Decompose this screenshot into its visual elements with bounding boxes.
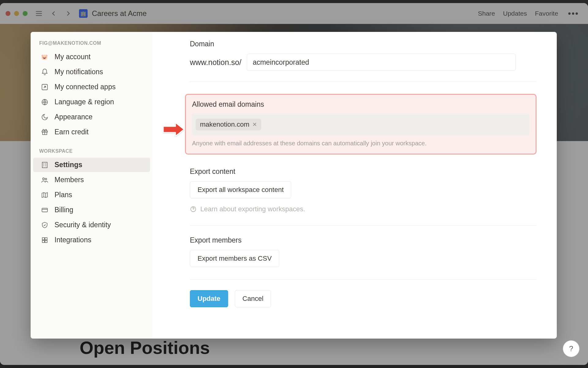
domain-chip[interactable]: makenotion.com ✕ [196,119,261,130]
cancel-button[interactable]: Cancel [235,290,271,307]
svg-rect-10 [45,238,47,240]
svg-rect-8 [42,208,47,212]
svg-point-6 [43,178,44,180]
sidebar-item-settings[interactable]: Settings [33,158,150,172]
settings-modal: FIG@MAKENOTION.COM 🐷 My account My notif… [31,32,557,339]
allowed-domains-input[interactable]: makenotion.com ✕ [192,113,530,136]
help-bubble[interactable]: ? [563,340,579,357]
domain-chip-label: makenotion.com [200,121,249,128]
domain-input[interactable] [247,54,516,71]
sidebar-workspace-label: WORKSPACE [31,147,153,157]
sidebar-item-billing[interactable]: Billing [33,203,150,217]
export-members-section: Export members Export members as CSV [190,236,537,267]
globe-icon [40,98,49,106]
sidebar-item-earn-credit[interactable]: Earn credit [33,125,150,139]
sidebar-item-label: Appearance [55,113,92,121]
sidebar-item-language-region[interactable]: Language & region [33,95,150,109]
allowed-domains-highlight: Allowed email domains makenotion.com ✕ A… [185,94,537,155]
learn-exporting-label: Learn about exporting workspaces. [200,205,305,213]
sidebar-item-label: Integrations [55,236,91,244]
allowed-domains-helper: Anyone with email addresses at these dom… [192,140,530,147]
moon-icon [40,113,49,121]
app-window: 🏢 Careers at Acme Share Updates Favorite… [0,3,588,365]
sidebar-item-label: My account [55,53,91,61]
sidebar-item-label: My connected apps [55,83,115,91]
sidebar-item-my-notifications[interactable]: My notifications [33,65,150,79]
link-out-icon [40,83,49,91]
sidebar-item-label: Billing [55,206,73,214]
building-icon [40,161,49,169]
sidebar-item-members[interactable]: Members [33,173,150,187]
modal-content: Domain www.notion.so/ Allowed email doma… [153,32,557,339]
callout-arrow-icon [163,122,185,137]
sidebar-item-label: Language & region [55,98,114,106]
sidebar-item-label: Earn credit [55,128,89,136]
svg-text:🐷: 🐷 [41,54,48,60]
sidebar-item-plans[interactable]: Plans [33,188,150,202]
modal-footer: Update Cancel [190,290,537,307]
learn-exporting-link[interactable]: Learn about exporting workspaces. [190,205,537,213]
update-button[interactable]: Update [190,290,228,307]
bell-icon [40,68,49,76]
domain-section: Domain www.notion.so/ [190,40,537,82]
sidebar-item-label: Plans [55,191,72,199]
sidebar-item-label: My notifications [55,68,103,76]
card-icon [40,206,49,214]
sidebar-item-label: Members [55,176,84,184]
gift-icon [40,128,49,136]
people-icon [40,176,49,184]
sidebar-item-label: Security & identity [55,221,111,229]
sidebar-account-label: FIG@MAKENOTION.COM [31,39,153,49]
sidebar-item-appearance[interactable]: Appearance [33,110,150,124]
svg-rect-12 [45,240,47,243]
sidebar-item-integrations[interactable]: Integrations [33,233,150,247]
export-members-title: Export members [190,236,537,244]
sidebar-item-my-account[interactable]: 🐷 My account [33,50,150,64]
divider [190,279,537,280]
help-icon [190,206,197,213]
sidebar-item-connected-apps[interactable]: My connected apps [33,80,150,94]
map-icon [40,191,49,199]
domain-prefix: www.notion.so/ [190,58,241,67]
modal-sidebar: FIG@MAKENOTION.COM 🐷 My account My notif… [31,32,153,339]
divider [190,225,537,226]
avatar-icon: 🐷 [40,53,49,61]
export-content-button[interactable]: Export all workspace content [190,181,291,198]
export-content-title: Export content [190,167,537,176]
grid-icon [40,236,49,244]
divider [190,81,537,82]
svg-rect-5 [42,162,47,168]
svg-rect-9 [42,238,44,240]
export-members-button[interactable]: Export members as CSV [190,250,279,267]
shield-icon [40,221,49,229]
allowed-domains-title: Allowed email domains [192,100,530,109]
sidebar-item-security[interactable]: Security & identity [33,218,150,232]
svg-point-7 [45,178,47,180]
export-content-section: Export content Export all workspace cont… [190,167,537,213]
remove-chip-icon[interactable]: ✕ [252,121,257,128]
sidebar-item-label: Settings [55,161,82,169]
domain-title: Domain [190,40,537,48]
svg-rect-11 [42,240,44,243]
